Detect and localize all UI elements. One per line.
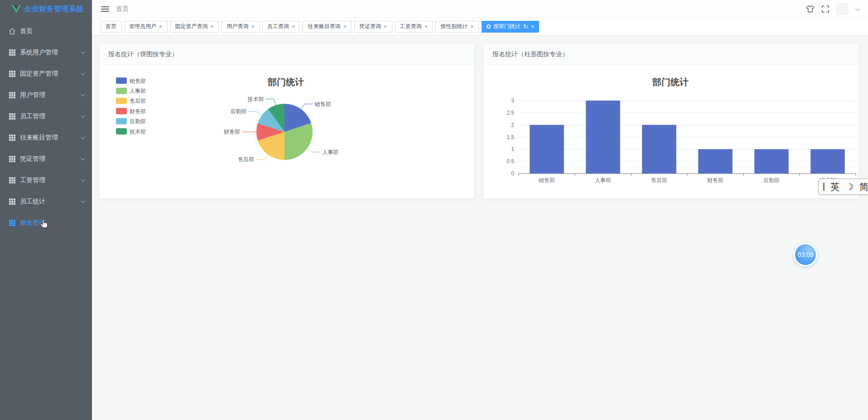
chevron-down-icon — [81, 198, 85, 203]
sidebar-item-0[interactable]: 首页 — [0, 20, 92, 42]
legend-swatch — [116, 118, 127, 125]
home-icon — [9, 28, 15, 34]
ime-lang-toggle[interactable]: 英 — [830, 182, 839, 191]
grid-icon — [9, 177, 15, 183]
pie-chart-card: 报名统计（饼图按专业） 部门统计销售部人事部售后部财务部后勤部技术部销售部人事部… — [99, 43, 475, 199]
legend-item-4[interactable]: 后勤部 — [116, 118, 146, 125]
sidebar-item-5[interactable]: 往来账目管理 — [0, 127, 92, 148]
pie-label: 后勤部 — [231, 108, 247, 115]
sidebar-item-7[interactable]: 工资管理 — [0, 169, 92, 191]
close-icon[interactable]: × — [211, 24, 214, 29]
y-tick-label: 3 — [511, 97, 514, 104]
legend-label: 技术部 — [129, 129, 146, 135]
pie-label-line — [307, 148, 320, 152]
close-icon[interactable]: × — [292, 24, 295, 29]
bar-1[interactable] — [586, 101, 620, 174]
tab-2[interactable]: 固定资产查询 ↻ × — [170, 21, 219, 33]
legend-item-1[interactable]: 人事部 — [116, 87, 146, 94]
chevron-down-icon — [81, 156, 85, 160]
tab-8[interactable]: 按性别统计 ↻ × — [435, 21, 479, 33]
moon-icon[interactable]: ☽ — [845, 182, 854, 191]
breadcrumb: 首页 — [116, 5, 129, 13]
tab-3[interactable]: 用户查询 ↻ × — [222, 21, 260, 33]
recording-timer-badge[interactable]: 03:09 — [794, 243, 817, 266]
theme-shirt-icon[interactable] — [806, 5, 815, 13]
bar-5[interactable] — [810, 149, 845, 174]
legend-swatch — [116, 98, 127, 104]
pie-label: 技术部 — [247, 96, 264, 102]
bar-3[interactable] — [698, 149, 733, 174]
sidebar-item-4[interactable]: 员工管理 — [0, 106, 92, 127]
close-icon[interactable]: × — [470, 24, 474, 29]
sidebar-item-6[interactable]: 凭证管理 — [0, 148, 92, 169]
y-tick-label: 0.5 — [506, 158, 514, 164]
pie-label-line — [256, 154, 268, 159]
close-icon[interactable]: × — [251, 24, 255, 29]
bar-chart-title: 部门统计 — [652, 77, 689, 87]
y-tick-label: 2 — [511, 122, 514, 128]
sidebar-item-active-9[interactable]: 修改密码 — [0, 212, 92, 233]
bar-0[interactable] — [530, 125, 564, 174]
x-category-label: 人事部 — [595, 177, 611, 183]
main-area: 首页 首页 ↻ × 管理员用户 — [92, 0, 868, 420]
close-icon[interactable]: × — [384, 24, 387, 29]
recording-timer-label: 03:09 — [797, 251, 813, 258]
chevron-down-icon — [81, 71, 85, 75]
tab-4[interactable]: 员工查询 ↻ × — [262, 21, 300, 33]
ime-language-bar: 英 ☽ 简 — [818, 179, 868, 195]
bar-2[interactable] — [642, 125, 676, 174]
sidebar-item-8[interactable]: 员工统计 — [0, 191, 92, 212]
pie-label: 人事部 — [322, 149, 338, 155]
tab-7[interactable]: 工资查询 ↻ × — [395, 21, 433, 33]
close-icon[interactable]: × — [343, 24, 347, 29]
tab-1[interactable]: 管理员用户 ↻ × — [124, 21, 168, 33]
tab-5[interactable]: 往来账目查询 ↻ × — [303, 21, 352, 33]
ime-charset-toggle[interactable]: 简 — [859, 182, 868, 191]
tab-0[interactable]: 首页 ↻ × — [101, 21, 121, 33]
y-tick-label: 2.5 — [506, 110, 514, 116]
legend-label: 后勤部 — [130, 118, 146, 125]
hamburger-icon[interactable] — [101, 6, 109, 12]
navbar-actions — [806, 3, 859, 15]
tab-9[interactable]: 按部门统计 ↻ × — [482, 21, 540, 33]
refresh-icon[interactable]: ↻ — [523, 24, 528, 29]
sidebar-item-2[interactable]: 固定资产管理 — [0, 63, 92, 84]
grid-icon — [9, 92, 15, 98]
pie-label-line — [266, 99, 276, 105]
bar-chart: 部门统计00.511.522.53销售部人事部售后部财务部后勤部技术部 — [483, 65, 858, 198]
app-window: 企业财务管理系统 首页 系统用户管理 固定资产管理 用户管理 员工管理 往来账目… — [0, 0, 868, 420]
chevron-down-icon — [81, 135, 85, 139]
close-icon[interactable]: × — [424, 24, 428, 29]
pie-label-line — [301, 104, 313, 109]
avatar[interactable] — [836, 3, 848, 15]
legend-item-3[interactable]: 财务部 — [116, 108, 146, 115]
bar-chart-card: 报名统计（柱形图按专业） 部门统计00.511.522.53销售部人事部售后部财… — [483, 43, 859, 199]
bar-4[interactable] — [754, 149, 789, 174]
sidebar-item-1[interactable]: 系统用户管理 — [0, 42, 92, 63]
x-category-label: 后勤部 — [763, 177, 780, 183]
grid-icon — [9, 49, 15, 56]
grid-icon — [9, 71, 15, 77]
fullscreen-icon[interactable] — [822, 5, 829, 13]
close-icon[interactable]: × — [159, 24, 163, 29]
x-category-label: 售后部 — [651, 177, 667, 183]
legend-item-2[interactable]: 售后部 — [116, 98, 146, 105]
chevron-down-icon — [81, 113, 85, 118]
legend-label: 售后部 — [130, 98, 146, 104]
x-category-label: 财务部 — [707, 177, 723, 183]
app-title: 企业财务管理系统 — [24, 5, 84, 14]
pie-label: 财务部 — [224, 129, 240, 135]
chevron-down-icon[interactable] — [855, 5, 860, 10]
chevron-down-icon — [81, 92, 85, 97]
close-icon[interactable]: × — [531, 24, 535, 29]
app-logo[interactable]: 企业财务管理系统 — [0, 0, 92, 18]
navbar: 首页 — [92, 0, 868, 18]
legend-label: 销售部 — [129, 78, 146, 84]
legend-item-0[interactable]: 销售部 — [116, 77, 146, 84]
legend-item-5[interactable]: 技术部 — [116, 128, 146, 135]
tab-6[interactable]: 凭证查询 ↻ × — [354, 21, 392, 33]
y-tick-label: 0 — [511, 170, 514, 177]
pie-label: 售后部 — [238, 156, 254, 163]
sidebar-item-3[interactable]: 用户管理 — [0, 84, 92, 106]
legend-swatch — [116, 77, 127, 84]
